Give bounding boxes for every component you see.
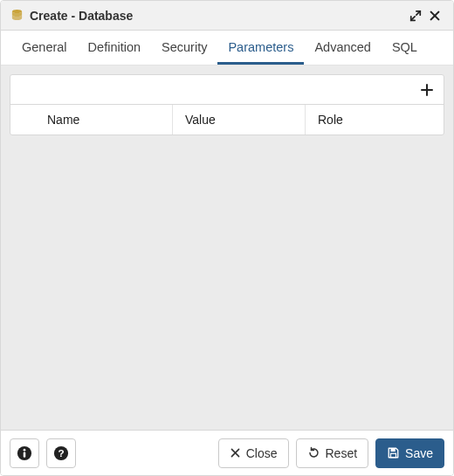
grid-col-name: Name — [35, 105, 173, 135]
tab-general[interactable]: General — [11, 31, 78, 65]
grid-col-role: Role — [306, 105, 444, 135]
help-icon: ? — [53, 445, 69, 461]
parameters-panel: Name Value Role — [10, 74, 444, 135]
grid-col-pad — [10, 105, 35, 135]
tab-advanced[interactable]: Advanced — [304, 31, 382, 65]
reset-button-label: Reset — [326, 446, 358, 460]
grid-col-value: Value — [173, 105, 306, 135]
titlebar: Create - Database — [1, 1, 453, 31]
save-button-label: Save — [405, 446, 433, 460]
create-database-dialog: Create - Database General Definition Sec… — [0, 0, 454, 476]
tab-security[interactable]: Security — [151, 31, 217, 65]
add-row-button[interactable] — [417, 80, 437, 100]
reset-button[interactable]: Reset — [296, 438, 369, 468]
close-x-icon — [230, 447, 241, 459]
dialog-footer: ? Close Reset — [1, 430, 453, 475]
help-button[interactable]: ? — [46, 438, 76, 468]
tabs: General Definition Security Parameters A… — [1, 31, 453, 66]
close-button[interactable]: Close — [218, 438, 289, 468]
parameters-toolbar — [10, 75, 444, 105]
close-button-label: Close — [246, 446, 278, 460]
svg-rect-3 — [24, 452, 26, 457]
svg-point-2 — [24, 448, 26, 451]
reset-icon — [307, 446, 320, 459]
tab-definition[interactable]: Definition — [78, 31, 151, 65]
dialog-title: Create - Database — [30, 9, 406, 23]
database-icon — [10, 9, 24, 23]
parameters-grid-header: Name Value Role — [10, 105, 444, 135]
tab-sql[interactable]: SQL — [382, 31, 428, 65]
tab-content-parameters: Name Value Role — [1, 66, 453, 430]
tab-parameters[interactable]: Parameters — [217, 31, 304, 65]
info-icon — [17, 445, 32, 461]
info-button[interactable] — [10, 438, 39, 468]
svg-rect-6 — [391, 448, 396, 452]
svg-point-0 — [11, 10, 21, 13]
close-icon[interactable] — [425, 6, 444, 25]
save-icon — [387, 446, 400, 459]
maximize-icon[interactable] — [406, 6, 425, 25]
save-button[interactable]: Save — [375, 438, 444, 468]
svg-text:?: ? — [58, 447, 64, 459]
